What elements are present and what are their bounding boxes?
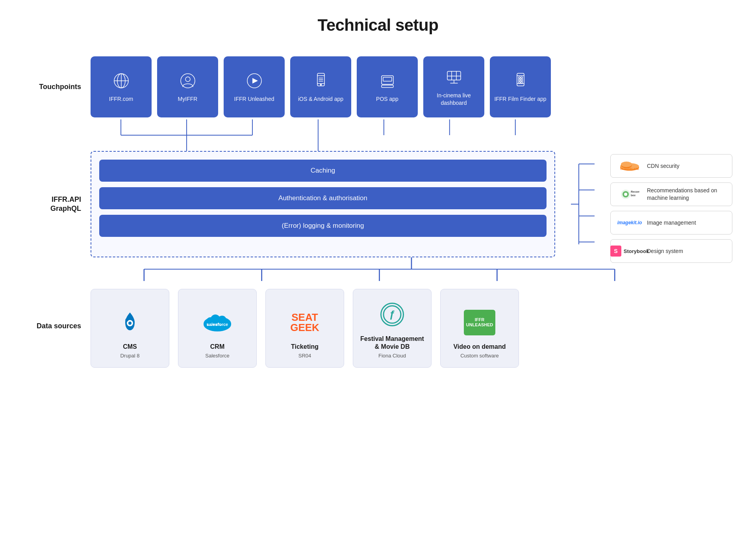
caching-block: Caching bbox=[99, 160, 547, 182]
recombee-text: Recommendations based on machine learnin… bbox=[647, 187, 725, 202]
drupal-logo bbox=[114, 307, 146, 338]
user-circle-icon bbox=[178, 71, 198, 91]
cloudflare-text: CDN security bbox=[647, 162, 679, 170]
grid-mobile-icon bbox=[511, 71, 530, 91]
festival-label: Festival Management & Movie DB bbox=[358, 335, 426, 352]
touchpoint-iffr-unleashed: IFFR Unleashed bbox=[224, 56, 285, 117]
cloudflare-card: CLOUDFLARE CDN security bbox=[610, 154, 732, 178]
svg-text:ƒ: ƒ bbox=[389, 308, 395, 320]
auth-block: Authentication & authorisation bbox=[99, 187, 547, 209]
festival-card: ƒ Festival Management & Movie DB Fiona C… bbox=[353, 289, 432, 368]
storybook-logo: S Storybook bbox=[618, 246, 641, 257]
svg-text:bee: bee bbox=[631, 194, 636, 197]
imagekit-logo: imagekit.io bbox=[618, 220, 641, 225]
touchpoint-ios-android: iOS & Android app bbox=[290, 56, 351, 117]
tp-connector bbox=[91, 119, 732, 151]
touchpoint-film-finder: IFFR Film Finder app bbox=[490, 56, 551, 117]
monitor-icon bbox=[444, 67, 464, 87]
recombee-card: Recom bee Recommendations based on machi… bbox=[610, 182, 732, 206]
svg-point-68 bbox=[125, 318, 128, 322]
imagekit-card: imagekit.io Image management bbox=[610, 211, 732, 234]
svg-point-5 bbox=[185, 77, 190, 82]
film-finder-label: IFFR Film Finder app bbox=[494, 95, 546, 102]
page-container: Technical setup Touchpoints IFFR.API Gra… bbox=[0, 0, 756, 534]
api-connector bbox=[91, 257, 732, 281]
svg-rect-30 bbox=[521, 79, 523, 81]
imagekit-text: Image management bbox=[647, 219, 696, 227]
cms-label: CMS bbox=[123, 343, 137, 351]
api-left: Caching Authentication & authorisation (… bbox=[91, 151, 555, 257]
myiffr-label: MyIFFR bbox=[178, 95, 198, 102]
crm-label: CRM bbox=[210, 343, 224, 351]
svg-point-11 bbox=[320, 84, 321, 86]
touchpoints-label: Touchpoints bbox=[24, 54, 91, 119]
cms-sublabel: Drupal 8 bbox=[120, 353, 139, 359]
logging-block: (Error) logging & monitoring bbox=[99, 215, 547, 237]
svg-point-67 bbox=[128, 322, 132, 325]
ticketing-label: Ticketing bbox=[291, 343, 319, 351]
svg-rect-24 bbox=[517, 73, 524, 86]
vod-sublabel: Custom software bbox=[460, 353, 499, 359]
api-connector-svg bbox=[91, 257, 732, 281]
seatgeek-logo: SEATGEEK bbox=[289, 307, 321, 338]
touchpoint-pos: POS app bbox=[357, 56, 418, 117]
vod-label: Video on demand bbox=[453, 343, 506, 351]
svg-text:salesforce: salesforce bbox=[207, 322, 228, 327]
api-row: Caching Authentication & authorisation (… bbox=[91, 151, 732, 257]
datasources-grid: CMS Drupal 8 salesforce bbox=[91, 289, 519, 368]
iffr-unleashed-label: IFFR Unleashed bbox=[234, 95, 274, 102]
datasources-row: CMS Drupal 8 salesforce bbox=[91, 281, 732, 372]
diagram: Touchpoints IFFR.API GraphQL Data source… bbox=[24, 54, 732, 372]
crm-card: salesforce salesforce CRM Sale bbox=[178, 289, 257, 368]
svg-rect-29 bbox=[519, 79, 520, 81]
svg-text:CLOUDFLARE: CLOUDFLARE bbox=[620, 167, 639, 170]
svg-rect-18 bbox=[447, 71, 461, 80]
iffr-com-label: IFFR.com bbox=[109, 95, 133, 102]
svg-rect-27 bbox=[519, 77, 520, 78]
svg-point-52 bbox=[621, 162, 632, 167]
api-side-svg bbox=[571, 151, 595, 257]
ticketing-card: SEATGEEK Ticketing SR04 bbox=[265, 289, 344, 368]
ios-android-label: iOS & Android app bbox=[298, 95, 343, 102]
recombee-logo: Recom bee bbox=[618, 188, 641, 200]
labels-column: Touchpoints IFFR.API GraphQL Data source… bbox=[24, 54, 91, 372]
tp-connector-svg bbox=[91, 119, 732, 151]
datasources-label: Data sources bbox=[24, 281, 91, 372]
api-label: IFFR.API GraphQL bbox=[24, 151, 91, 257]
cms-card: CMS Drupal 8 bbox=[91, 289, 169, 368]
pos-icon bbox=[378, 71, 397, 91]
touchpoint-iffr-com: IFFR.com bbox=[91, 56, 152, 117]
api-dashed-box: Caching Authentication & authorisation (… bbox=[91, 151, 555, 257]
api-side-connector bbox=[571, 151, 595, 257]
cloudflare-logo: CLOUDFLARE bbox=[618, 161, 641, 171]
iffr-unleashed-logo: IFFRUNLEASHED bbox=[464, 307, 495, 338]
svg-rect-16 bbox=[383, 77, 392, 81]
page-title: Technical setup bbox=[24, 16, 732, 35]
touchpoints-row: IFFR.com MyIFFR bbox=[91, 54, 732, 119]
svg-marker-7 bbox=[252, 78, 258, 84]
crm-sublabel: Salesforce bbox=[205, 353, 229, 359]
touchpoint-myiffr: MyIFFR bbox=[157, 56, 218, 117]
svg-rect-17 bbox=[382, 85, 393, 87]
content-column: IFFR.com MyIFFR bbox=[91, 54, 732, 372]
play-circle-icon bbox=[245, 71, 264, 91]
pos-label: POS app bbox=[376, 95, 398, 102]
touchpoint-in-cinema: In-cinema live dashboard bbox=[423, 56, 484, 117]
festival-sublabel: Fiona Cloud bbox=[378, 353, 406, 359]
touchpoints-grid: IFFR.com MyIFFR bbox=[91, 56, 551, 117]
svg-rect-32 bbox=[521, 82, 523, 83]
svg-point-56 bbox=[624, 193, 627, 196]
mobile-icon bbox=[311, 71, 331, 91]
svg-rect-31 bbox=[519, 82, 520, 83]
salesforce-logo: salesforce salesforce bbox=[202, 307, 233, 338]
storybook-text: Design system bbox=[647, 247, 683, 255]
services-column: CLOUDFLARE CDN security bbox=[610, 151, 732, 257]
vod-card: IFFRUNLEASHED Video on demand Custom sof… bbox=[440, 289, 519, 368]
in-cinema-label: In-cinema live dashboard bbox=[427, 92, 480, 106]
ticketing-sublabel: SR04 bbox=[298, 353, 311, 359]
svg-rect-28 bbox=[521, 77, 523, 78]
fiona-logo: ƒ bbox=[376, 299, 408, 330]
svg-text:Recom: Recom bbox=[631, 190, 639, 193]
globe-icon bbox=[111, 71, 131, 91]
